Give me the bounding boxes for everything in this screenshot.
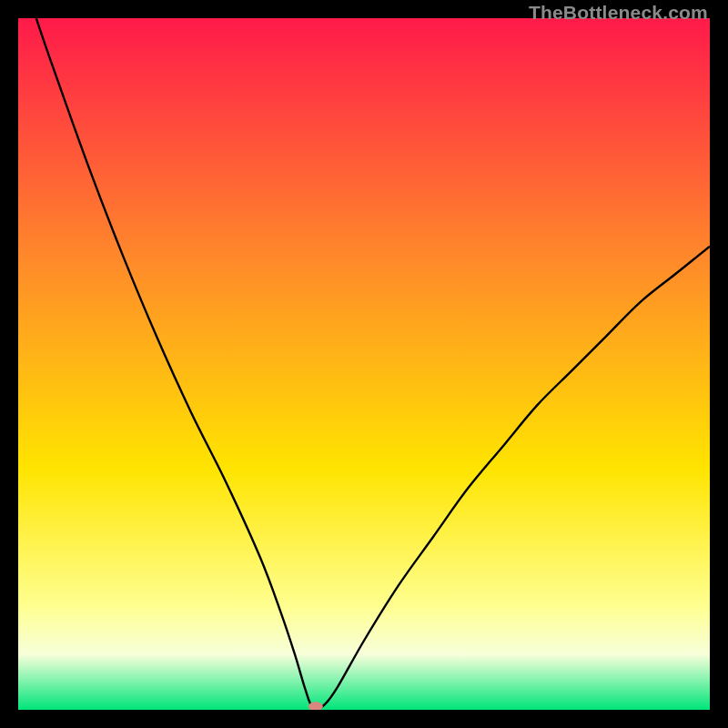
gradient-background (18, 18, 710, 710)
plot-area (18, 18, 710, 710)
chart-frame: TheBottleneck.com (0, 0, 728, 728)
chart-svg (18, 18, 710, 710)
watermark-text: TheBottleneck.com (529, 2, 708, 24)
